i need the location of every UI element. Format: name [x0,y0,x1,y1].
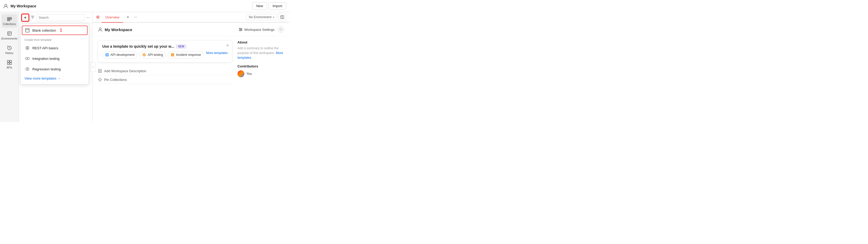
contributor-row: You [238,70,284,77]
template-option-incident-label: Incident response [176,53,201,57]
add-description-item[interactable]: Add Workspace Description [98,67,232,75]
settings-icon [239,27,243,32]
workspace-title: My Workspace [10,4,36,8]
info-button[interactable]: ⓘ [278,26,284,33]
blank-collection-item[interactable]: Blank collection 1 [22,26,88,35]
svg-rect-9 [10,60,11,62]
tabs-bar: Overview + ··· No Environment ▾ [93,12,289,23]
regression-icon [25,67,30,72]
environment-selector[interactable]: No Environment ▾ [246,14,277,20]
contributor-avatar [238,70,244,77]
api-test-icon [142,53,146,57]
svg-point-33 [240,30,240,31]
workspace-user-icon [98,27,102,32]
history-icon [7,45,12,51]
tab-more-button[interactable]: ··· [132,15,138,20]
workspace-actions: Workspace Settings ⓘ [239,26,284,33]
svg-rect-8 [7,60,9,62]
blank-collection-label: Blank collection [32,28,56,32]
template-option-api-test[interactable]: API testing [140,51,166,58]
tab-overview-label: Overview [105,15,119,19]
template-option-api-dev[interactable]: API development [102,51,137,58]
sidebar-label-collections: Collections [3,23,16,26]
tab-overview[interactable]: Overview [101,12,123,23]
collections-icon [7,16,12,22]
template-banner-close[interactable]: × [226,43,229,48]
main-content: Overview + ··· No Environment ▾ [93,12,289,122]
sidebar-icons: Collections Environments History [0,12,19,122]
template-banner: Use a template to quickly set up your w.… [98,40,232,62]
svg-point-22 [26,67,29,71]
add-collection-button[interactable]: + [22,14,29,21]
about-title: About [238,40,284,44]
workspace-settings-label: Workspace Settings [244,28,275,32]
workspace-settings-button[interactable]: Workspace Settings [239,27,275,32]
top-bar: My Workspace New Import [0,0,289,12]
filter-icon[interactable] [31,15,35,20]
add-description-label: Add Workspace Description [104,69,146,73]
workspace-header: My Workspace Workspace Settings ⓘ [93,23,289,36]
import-button[interactable]: Import [269,2,286,9]
workspace-name: My Workspace [105,27,132,32]
content-body: Use a template to quickly set up your w.… [93,36,289,88]
panel-view-icon [280,15,284,19]
about-description: Add a summary to outline the purpose of … [238,46,284,60]
collections-more-icon[interactable]: ··· [86,15,90,20]
svg-rect-4 [8,32,11,35]
environments-icon [7,31,12,36]
blank-collection-badge: 1 [60,28,62,33]
collections-panel: + ··· Blank collection 1 [19,12,93,122]
new-badge: NEW [176,45,186,49]
template-options: API development API testing [102,51,228,58]
svg-point-42 [238,70,244,77]
add-tab-button[interactable]: + [124,13,131,21]
create-from-template-label: Create from template [21,35,89,43]
env-selector-label: No Environment [249,15,272,19]
apis-icon [7,60,12,65]
top-bar-buttons: New Import [252,2,286,9]
sidebar-item-history[interactable]: History [2,43,18,57]
svg-point-27 [99,28,101,30]
template-rest-api-label: REST API basics [32,46,58,50]
svg-rect-24 [281,16,284,19]
svg-rect-20 [28,57,29,59]
sidebar-item-apis[interactable]: APIs [2,58,18,71]
template-integration-label: Integration testing [32,57,59,61]
collapse-panel-button[interactable]: ‹ [90,62,95,72]
template-banner-title: Use a template to quickly set up your w.… [102,44,174,49]
sidebar-label-apis: APIs [7,66,12,69]
collections-toolbar: + ··· [19,12,92,23]
template-banner-title-row: Use a template to quickly set up your w.… [102,44,228,49]
search-input[interactable] [36,14,85,21]
template-regression[interactable]: Regression testing [21,64,89,74]
pin-collections-item[interactable]: Pin Collections [98,75,232,84]
sidebar-item-environments[interactable]: Environments [2,29,18,42]
more-templates-link[interactable]: More templates [206,51,228,58]
description-icon [98,69,102,73]
svg-rect-11 [10,63,11,64]
svg-rect-2 [7,19,11,20]
template-regression-label: Regression testing [32,67,61,71]
contributors-section: Contributors [238,64,284,77]
svg-point-0 [5,4,7,6]
template-option-api-test-label: API testing [148,53,163,57]
template-option-incident[interactable]: ! Incident response [168,51,204,58]
workspace-name-row: My Workspace [98,27,132,32]
sidebar-item-collections[interactable]: Collections [2,14,18,28]
svg-rect-1 [7,18,11,18]
view-more-templates-link[interactable]: View more templates → [21,74,89,82]
overview-tab-icon [96,15,100,19]
template-rest-api[interactable]: REST API basics [21,43,89,53]
main-layout: Collections Environments History [0,12,289,122]
svg-rect-10 [7,63,9,64]
template-option-api-dev-label: API development [111,53,134,57]
new-button[interactable]: New [252,2,267,9]
env-chevron-icon: ▾ [273,16,274,19]
top-bar-left: My Workspace [3,3,250,9]
svg-rect-15 [26,28,29,32]
content-main: Use a template to quickly set up your w.… [98,40,232,84]
template-integration[interactable]: Integration testing [21,53,89,64]
user-icon [3,3,8,9]
svg-point-32 [241,29,242,30]
panel-icon-button[interactable] [278,13,286,21]
